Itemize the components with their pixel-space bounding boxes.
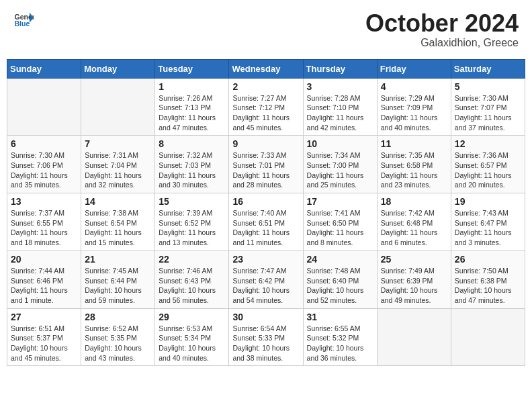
day-number: 1 [159, 81, 225, 92]
day-number: 3 [307, 81, 373, 92]
day-info: Sunrise: 6:52 AMSunset: 5:35 PMDaylight:… [85, 324, 151, 363]
day-info: Sunrise: 7:46 AMSunset: 6:43 PMDaylight:… [159, 266, 225, 306]
day-info: Sunrise: 7:30 AMSunset: 7:07 PMDaylight:… [455, 93, 521, 133]
day-info: Sunrise: 7:50 AMSunset: 6:38 PMDaylight:… [455, 266, 521, 306]
day-number: 22 [159, 254, 225, 265]
day-number: 28 [85, 312, 151, 322]
weekday-header-saturday: Saturday [451, 59, 525, 78]
day-info: Sunrise: 7:28 AMSunset: 7:10 PMDaylight:… [307, 93, 373, 133]
calendar-week-row: 20Sunrise: 7:44 AMSunset: 6:46 PMDayligh… [7, 250, 525, 308]
calendar-cell: 24Sunrise: 7:48 AMSunset: 6:40 PMDayligh… [303, 250, 377, 308]
day-info: Sunrise: 7:33 AMSunset: 7:01 PMDaylight:… [232, 150, 299, 190]
location-title: Galaxidhion, Greece [365, 37, 519, 49]
calendar-week-row: 6Sunrise: 7:30 AMSunset: 7:06 PMDaylight… [7, 136, 525, 193]
day-number: 21 [85, 254, 151, 265]
day-number: 9 [232, 138, 299, 149]
weekday-header-sunday: Sunday [7, 59, 81, 78]
calendar-cell: 6Sunrise: 7:30 AMSunset: 7:06 PMDaylight… [7, 136, 81, 193]
calendar-week-row: 27Sunrise: 6:51 AMSunset: 5:37 PMDayligh… [7, 308, 525, 366]
day-info: Sunrise: 7:30 AMSunset: 7:06 PMDaylight:… [11, 150, 77, 190]
day-info: Sunrise: 7:42 AMSunset: 6:48 PMDaylight:… [381, 208, 447, 248]
day-number: 12 [455, 138, 521, 149]
calendar-cell: 3Sunrise: 7:28 AMSunset: 7:10 PMDaylight… [303, 78, 377, 136]
calendar-cell: 29Sunrise: 6:53 AMSunset: 5:34 PMDayligh… [155, 308, 229, 366]
calendar-cell: 26Sunrise: 7:50 AMSunset: 6:38 PMDayligh… [451, 250, 525, 308]
calendar-cell: 30Sunrise: 6:54 AMSunset: 5:33 PMDayligh… [229, 308, 303, 366]
day-number: 10 [307, 138, 373, 149]
calendar-cell: 13Sunrise: 7:37 AMSunset: 6:55 PMDayligh… [7, 193, 81, 251]
day-info: Sunrise: 7:38 AMSunset: 6:54 PMDaylight:… [85, 208, 151, 248]
calendar-cell [377, 308, 451, 366]
day-number: 16 [232, 196, 299, 207]
month-title: October 2024 [365, 10, 519, 37]
day-info: Sunrise: 7:40 AMSunset: 6:51 PMDaylight:… [232, 208, 299, 248]
title-block: October 2024 Galaxidhion, Greece [365, 10, 519, 49]
day-info: Sunrise: 7:32 AMSunset: 7:03 PMDaylight:… [159, 150, 225, 190]
svg-text:Blue: Blue [15, 19, 30, 28]
calendar-cell: 9Sunrise: 7:33 AMSunset: 7:01 PMDaylight… [229, 136, 303, 193]
day-number: 4 [381, 81, 447, 92]
calendar-header-row: SundayMondayTuesdayWednesdayThursdayFrid… [7, 59, 525, 78]
day-info: Sunrise: 6:55 AMSunset: 5:32 PMDaylight:… [307, 324, 373, 363]
day-number: 8 [159, 138, 225, 149]
calendar-cell: 15Sunrise: 7:39 AMSunset: 6:52 PMDayligh… [155, 193, 229, 251]
day-info: Sunrise: 7:27 AMSunset: 7:12 PMDaylight:… [232, 93, 299, 133]
day-number: 31 [307, 312, 373, 322]
day-info: Sunrise: 7:43 AMSunset: 6:47 PMDaylight:… [455, 208, 521, 248]
calendar-week-row: 1Sunrise: 7:26 AMSunset: 7:13 PMDaylight… [7, 78, 525, 136]
day-number: 26 [455, 254, 521, 265]
day-info: Sunrise: 7:39 AMSunset: 6:52 PMDaylight:… [159, 208, 225, 248]
day-number: 6 [11, 138, 77, 149]
day-info: Sunrise: 7:36 AMSunset: 6:57 PMDaylight:… [455, 150, 521, 190]
calendar-cell [81, 78, 155, 136]
calendar-cell: 12Sunrise: 7:36 AMSunset: 6:57 PMDayligh… [451, 136, 525, 193]
day-number: 30 [232, 312, 299, 322]
page-header: General Blue October 2024 Galaxidhion, G… [7, 7, 525, 52]
calendar-cell [451, 308, 525, 366]
calendar-cell: 27Sunrise: 6:51 AMSunset: 5:37 PMDayligh… [7, 308, 81, 366]
calendar-table: SundayMondayTuesdayWednesdayThursdayFrid… [7, 59, 525, 367]
calendar-cell: 17Sunrise: 7:41 AMSunset: 6:50 PMDayligh… [303, 193, 377, 251]
weekday-header-friday: Friday [377, 59, 451, 78]
calendar-cell [7, 78, 81, 136]
day-number: 23 [232, 254, 299, 265]
calendar-cell: 14Sunrise: 7:38 AMSunset: 6:54 PMDayligh… [81, 193, 155, 251]
day-number: 29 [159, 312, 225, 322]
day-number: 27 [11, 312, 77, 322]
calendar-cell: 19Sunrise: 7:43 AMSunset: 6:47 PMDayligh… [451, 193, 525, 251]
logo: General Blue [13, 10, 34, 30]
calendar-week-row: 13Sunrise: 7:37 AMSunset: 6:55 PMDayligh… [7, 193, 525, 251]
day-number: 25 [381, 254, 447, 265]
day-number: 11 [381, 138, 447, 149]
calendar-cell: 5Sunrise: 7:30 AMSunset: 7:07 PMDaylight… [451, 78, 525, 136]
day-number: 18 [381, 196, 447, 207]
calendar-cell: 22Sunrise: 7:46 AMSunset: 6:43 PMDayligh… [155, 250, 229, 308]
day-number: 13 [11, 196, 77, 207]
day-info: Sunrise: 7:41 AMSunset: 6:50 PMDaylight:… [307, 208, 373, 248]
day-info: Sunrise: 7:34 AMSunset: 7:00 PMDaylight:… [307, 150, 373, 190]
day-info: Sunrise: 7:29 AMSunset: 7:09 PMDaylight:… [381, 93, 447, 133]
calendar-cell: 18Sunrise: 7:42 AMSunset: 6:48 PMDayligh… [377, 193, 451, 251]
calendar-cell: 1Sunrise: 7:26 AMSunset: 7:13 PMDaylight… [155, 78, 229, 136]
weekday-header-thursday: Thursday [303, 59, 377, 78]
calendar-cell: 28Sunrise: 6:52 AMSunset: 5:35 PMDayligh… [81, 308, 155, 366]
day-info: Sunrise: 7:45 AMSunset: 6:44 PMDaylight:… [85, 266, 151, 306]
day-number: 7 [85, 138, 151, 149]
day-info: Sunrise: 7:49 AMSunset: 6:39 PMDaylight:… [381, 266, 447, 306]
day-number: 2 [232, 81, 299, 92]
day-info: Sunrise: 6:53 AMSunset: 5:34 PMDaylight:… [159, 324, 225, 363]
day-info: Sunrise: 6:54 AMSunset: 5:33 PMDaylight:… [232, 324, 299, 363]
calendar-cell: 4Sunrise: 7:29 AMSunset: 7:09 PMDaylight… [377, 78, 451, 136]
calendar-cell: 2Sunrise: 7:27 AMSunset: 7:12 PMDaylight… [229, 78, 303, 136]
day-info: Sunrise: 7:48 AMSunset: 6:40 PMDaylight:… [307, 266, 373, 306]
logo-icon: General Blue [13, 10, 34, 30]
weekday-header-wednesday: Wednesday [229, 59, 303, 78]
day-number: 5 [455, 81, 521, 92]
weekday-header-tuesday: Tuesday [155, 59, 229, 78]
calendar-cell: 21Sunrise: 7:45 AMSunset: 6:44 PMDayligh… [81, 250, 155, 308]
calendar-cell: 11Sunrise: 7:35 AMSunset: 6:58 PMDayligh… [377, 136, 451, 193]
day-number: 24 [307, 254, 373, 265]
day-info: Sunrise: 7:35 AMSunset: 6:58 PMDaylight:… [381, 150, 447, 190]
day-number: 20 [11, 254, 77, 265]
calendar-cell: 16Sunrise: 7:40 AMSunset: 6:51 PMDayligh… [229, 193, 303, 251]
